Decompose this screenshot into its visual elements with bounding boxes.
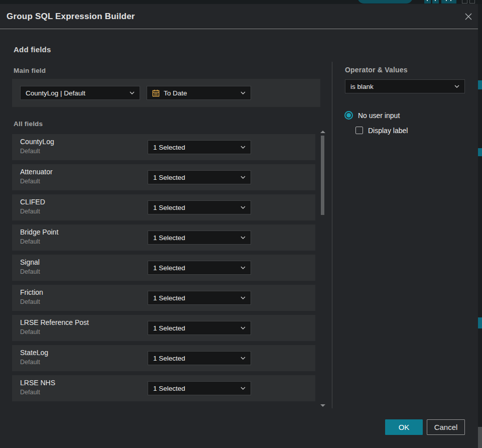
field-row: CountyLog Default 1 Selected	[12, 134, 315, 160]
background-fragment	[478, 427, 482, 448]
main-field-container: CountyLog | Default To Date	[12, 79, 320, 107]
background-toolbar-button	[432, 0, 439, 4]
field-row: CLIFED Default 1 Selected	[12, 194, 315, 220]
field-row: LRSE NHS Default 1 Selected	[12, 375, 315, 401]
field-row: StateLog Default 1 Selected	[12, 345, 315, 371]
chevron-down-icon	[130, 91, 135, 94]
field-selection-select[interactable]: 1 Selected	[148, 351, 251, 365]
date-field-select-value: To Date	[164, 89, 236, 97]
calendar-icon	[152, 89, 160, 97]
close-button[interactable]	[462, 11, 475, 22]
chevron-down-icon	[454, 85, 459, 88]
chevron-down-icon	[240, 146, 246, 149]
scroll-up-arrow-icon[interactable]	[320, 131, 325, 133]
field-subtitle: Default	[20, 208, 40, 215]
field-row: LRSE Reference Post Default 1 Selected	[12, 315, 315, 341]
field-selection-select[interactable]: 1 Selected	[148, 261, 251, 275]
chevron-down-icon	[240, 326, 246, 329]
chevron-down-icon	[240, 266, 246, 269]
all-fields-label: All fields	[14, 120, 43, 128]
cancel-button[interactable]: Cancel	[427, 419, 465, 435]
field-row: Signal Default 1 Selected	[12, 255, 315, 281]
field-selection-select[interactable]: 1 Selected	[148, 321, 251, 335]
live-view-toggle: Live view	[357, 0, 413, 4]
field-selection-select[interactable]: 1 Selected	[148, 231, 251, 245]
field-subtitle: Default	[20, 389, 40, 396]
field-selection-select[interactable]: 1 Selected	[148, 140, 251, 154]
no-user-input-label: No user input	[358, 111, 400, 120]
field-selection-value: 1 Selected	[153, 234, 236, 242]
field-selection-value: 1 Selected	[153, 385, 236, 392]
field-selection-value: 1 Selected	[153, 264, 236, 272]
main-field-select[interactable]: CountyLog | Default	[20, 86, 140, 100]
field-selection-value: 1 Selected	[153, 144, 236, 151]
background-toolbar-button	[469, 0, 475, 4]
no-user-input-radio[interactable]	[344, 111, 353, 120]
field-name: CLIFED	[20, 198, 45, 206]
chevron-down-icon	[240, 296, 246, 299]
main-field-label: Main field	[14, 67, 46, 74]
background-panel-sliver	[478, 4, 482, 448]
field-name: LRSE Reference Post	[20, 318, 89, 326]
operator-select-value: is blank	[350, 83, 450, 90]
operator-select[interactable]: is blank	[345, 79, 465, 93]
field-subtitle: Default	[20, 268, 40, 275]
add-fields-heading: Add fields	[14, 45, 51, 54]
field-subtitle: Default	[20, 238, 40, 245]
ok-button[interactable]: OK	[385, 419, 423, 435]
field-selection-value: 1 Selected	[153, 324, 236, 332]
field-selection-value: 1 Selected	[153, 355, 236, 362]
field-name: Signal	[20, 258, 40, 266]
live-view-label: Live view	[372, 0, 398, 1]
background-fragment	[478, 80, 482, 89]
field-selection-select[interactable]: 1 Selected	[148, 200, 251, 214]
field-row: Bridge Point Default 1 Selected	[12, 225, 315, 251]
chevron-down-icon	[240, 91, 246, 94]
header-divider	[0, 29, 478, 29]
background-toolbar-button	[424, 0, 431, 4]
panel-divider	[332, 62, 332, 408]
background-toolbar-button	[462, 0, 467, 4]
operator-values-label: Operator & Values	[345, 66, 408, 74]
field-row: Friction Default 1 Selected	[12, 285, 315, 311]
background-toolbar-sliver: Live view	[0, 0, 482, 4]
close-icon	[464, 12, 473, 21]
chevron-down-icon	[240, 357, 246, 360]
all-fields-list: CountyLog Default 1 Selected Attenuator …	[12, 134, 315, 405]
field-subtitle: Default	[20, 328, 40, 335]
field-subtitle: Default	[20, 298, 40, 305]
field-subtitle: Default	[20, 148, 40, 155]
display-label-label: Display label	[368, 127, 408, 135]
radio-selected-dot	[346, 113, 351, 118]
field-name: CountyLog	[20, 138, 54, 146]
field-name: Attenuator	[20, 168, 53, 176]
field-selection-select[interactable]: 1 Selected	[148, 381, 251, 395]
field-selection-select[interactable]: 1 Selected	[148, 170, 251, 184]
display-label-checkbox[interactable]	[355, 127, 363, 134]
chevron-down-icon	[240, 236, 246, 239]
chevron-down-icon	[240, 387, 246, 390]
chevron-down-icon	[240, 176, 246, 179]
field-selection-value: 1 Selected	[153, 294, 236, 302]
field-subtitle: Default	[20, 359, 40, 366]
group-sql-expression-builder-dialog: Group SQL Expression Builder Add fields …	[0, 4, 478, 448]
field-name: StateLog	[20, 349, 48, 357]
dialog-title: Group SQL Expression Builder	[7, 4, 135, 29]
field-selection-value: 1 Selected	[153, 174, 236, 181]
field-subtitle: Default	[20, 178, 40, 185]
scroll-down-arrow-icon[interactable]	[320, 404, 325, 407]
field-selection-value: 1 Selected	[153, 204, 236, 211]
background-toolbar-button	[441, 0, 456, 4]
field-name: LRSE NHS	[20, 379, 55, 387]
background-fragment	[478, 317, 482, 328]
dialog-header: Group SQL Expression Builder	[0, 4, 478, 29]
list-scrollbar[interactable]	[319, 130, 326, 408]
scrollbar-thumb[interactable]	[321, 136, 324, 215]
field-row: Attenuator Default 1 Selected	[12, 164, 315, 190]
field-name: Friction	[20, 288, 43, 296]
background-fragment	[478, 148, 482, 156]
main-field-select-value: CountyLog | Default	[26, 89, 126, 97]
chevron-down-icon	[240, 206, 246, 209]
date-field-select[interactable]: To Date	[147, 86, 251, 100]
field-selection-select[interactable]: 1 Selected	[148, 291, 251, 305]
